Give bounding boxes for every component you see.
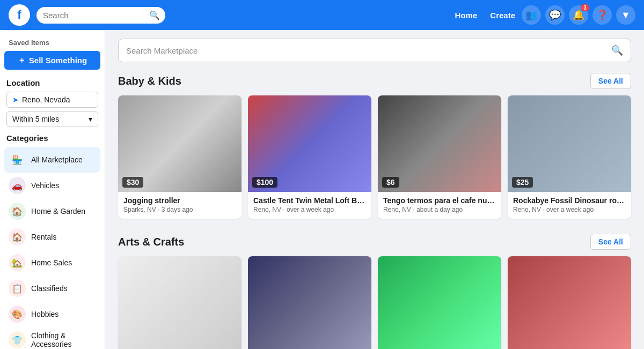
menu-icon-btn[interactable]: ▼ <box>616 5 635 25</box>
listing-info-thermos: Tengo termos para el cafe nuebos Reno, N… <box>378 192 501 219</box>
clothing-icon: 👕 <box>9 331 26 348</box>
location-input[interactable]: ➤ Reno, Nevada <box>6 92 98 108</box>
listing-card-dino[interactable]: $25 Rockabye Fossil Dinosaur rocker Reno… <box>508 95 631 219</box>
price-badge-tent: $100 <box>252 177 277 188</box>
sidebar-item-rentals[interactable]: 🏠 Rentals <box>4 224 100 250</box>
notifications-icon-btn[interactable]: 🔔 3 <box>569 5 588 25</box>
page-layout: Saved Items ＋ Sell Something Location ➤ … <box>0 30 644 349</box>
classifieds-icon: 📋 <box>9 280 26 297</box>
cat-label-all: All Marketplace <box>31 155 83 164</box>
search-input[interactable] <box>43 11 145 20</box>
nav-create[interactable]: Create <box>490 11 515 20</box>
search-marketplace-input[interactable] <box>126 46 606 55</box>
vehicles-icon: 🚗 <box>9 177 26 194</box>
sidebar-item-home-sales[interactable]: 🏡 Home Sales <box>4 250 100 276</box>
categories-label: Categories <box>4 133 100 147</box>
location-value: Reno, Nevada <box>22 95 70 104</box>
nav-home[interactable]: Home <box>455 11 478 20</box>
sidebar-item-hobbies[interactable]: 🎨 Hobbies <box>4 301 100 327</box>
hobbies-icon: 🎨 <box>9 306 26 323</box>
sell-button-label: Sell Something <box>29 56 87 65</box>
listing-info-stroller: Jogging stroller Sparks, NV · 3 days ago <box>118 192 241 219</box>
listing-image-stroller: $30 <box>118 95 241 192</box>
sidebar-item-home-garden[interactable]: 🏠 Home & Garden <box>4 198 100 224</box>
section-baby-kids: Baby & Kids See All $30 Jogging stroller… <box>118 73 631 219</box>
listing-title-dino: Rockabye Fossil Dinosaur rocker <box>513 196 626 205</box>
search-icon[interactable]: 🔍 <box>149 10 160 20</box>
location-section: Location ➤ Reno, Nevada Within 5 miles ▾ <box>4 78 100 133</box>
listing-card-thermos[interactable]: $6 Tengo termos para el cafe nuebos Reno… <box>378 95 501 219</box>
sidebar-item-all-marketplace[interactable]: 🏪 All Marketplace <box>4 147 100 173</box>
sidebar-item-classifieds[interactable]: 📋 Classifieds <box>4 276 100 301</box>
listing-image-crafts3 <box>378 256 501 349</box>
sidebar-item-clothing[interactable]: 👕 Clothing & Accessories <box>4 327 100 349</box>
home-sales-icon: 🏡 <box>9 254 26 271</box>
listing-image-tent: $100 <box>248 95 371 192</box>
listing-card-crafts1[interactable]: Arts supplies bundle Reno, NV · 2 days a… <box>118 256 241 349</box>
listing-image-crafts1 <box>118 256 241 349</box>
listing-meta-tent: Reno, NV · over a week ago <box>253 206 366 213</box>
listing-info-tent: Castle Tent Twin Metal Loft Bed ... Reno… <box>248 192 371 219</box>
distance-selector[interactable]: Within 5 miles ▾ <box>6 111 98 127</box>
listing-image-crafts2 <box>248 256 371 349</box>
friends-icon-btn[interactable]: 👥 <box>522 5 541 25</box>
location-icon: ➤ <box>12 95 19 104</box>
section-title-arts-crafts: Arts & Crafts <box>118 236 184 248</box>
price-badge-dino: $25 <box>512 177 533 188</box>
nav-icons: 👥 💬 🔔 3 ❓ ▼ <box>522 5 635 25</box>
nav-links: Home Create <box>455 11 515 20</box>
saved-items-label: Saved Items <box>4 36 100 51</box>
cat-label-home-sales: Home Sales <box>31 258 72 267</box>
help-icon-btn[interactable]: ❓ <box>592 5 612 25</box>
see-all-arts-crafts-button[interactable]: See All <box>590 234 631 250</box>
sell-something-button[interactable]: ＋ Sell Something <box>4 51 100 70</box>
search-marketplace-icon[interactable]: 🔍 <box>611 44 623 56</box>
cat-label-clothing: Clothing & Accessories <box>31 331 96 348</box>
cat-label-home-garden: Home & Garden <box>31 207 85 216</box>
sidebar-item-vehicles[interactable]: 🚗 Vehicles <box>4 173 100 198</box>
main-content: 🔍 Baby & Kids See All $30 Jogging stroll… <box>105 30 644 349</box>
search-marketplace-bar: 🔍 <box>118 39 631 62</box>
cat-label-rentals: Rentals <box>31 233 56 241</box>
section-arts-crafts: Arts & Crafts See All Arts supplies bund… <box>118 234 631 349</box>
listing-card-stroller[interactable]: $30 Jogging stroller Sparks, NV · 3 days… <box>118 95 241 219</box>
sidebar: Saved Items ＋ Sell Something Location ➤ … <box>0 30 105 349</box>
location-label: Location <box>6 78 98 87</box>
section-header-baby-kids: Baby & Kids See All <box>118 73 631 89</box>
listing-image-thermos: $6 <box>378 95 501 192</box>
listing-info-dino: Rockabye Fossil Dinosaur rocker Reno, NV… <box>508 192 631 219</box>
plus-icon: ＋ <box>18 55 26 65</box>
listing-title-thermos: Tengo termos para el cafe nuebos <box>383 196 496 205</box>
home-garden-icon: 🏠 <box>9 203 26 220</box>
messenger-icon-btn[interactable]: 💬 <box>545 5 565 25</box>
all-marketplace-icon: 🏪 <box>9 151 26 168</box>
price-badge-stroller: $30 <box>122 177 143 188</box>
see-all-baby-kids-button[interactable]: See All <box>590 73 631 89</box>
notification-badge: 3 <box>581 4 589 11</box>
listing-image-crafts4 <box>508 256 631 349</box>
listing-card-crafts4[interactable]: Fabric collection Reno, NV · 3 days ago <box>508 256 631 349</box>
distance-value: Within 5 miles <box>12 115 59 123</box>
cat-label-hobbies: Hobbies <box>31 310 58 318</box>
listing-meta-dino: Reno, NV · over a week ago <box>513 206 626 213</box>
section-header-arts-crafts: Arts & Crafts See All <box>118 234 631 250</box>
baby-kids-grid: $30 Jogging stroller Sparks, NV · 3 days… <box>118 95 631 219</box>
listing-meta-thermos: Reno, NV · about a day ago <box>383 206 496 213</box>
listing-card-crafts3[interactable]: Holiday decorations Reno, NV · 1 day ago <box>378 256 501 349</box>
listing-card-tent[interactable]: $100 Castle Tent Twin Metal Loft Bed ...… <box>248 95 371 219</box>
facebook-logo: f <box>9 4 30 26</box>
rentals-icon: 🏠 <box>9 228 26 246</box>
chevron-down-icon: ▾ <box>89 115 92 123</box>
arts-crafts-grid: Arts supplies bundle Reno, NV · 2 days a… <box>118 256 631 349</box>
cat-label-classifieds: Classifieds <box>31 284 68 293</box>
cat-label-vehicles: Vehicles <box>31 181 59 190</box>
listing-meta-stroller: Sparks, NV · 3 days ago <box>123 206 236 213</box>
section-title-baby-kids: Baby & Kids <box>118 75 181 87</box>
topnav: f 🔍 Home Create 👥 💬 🔔 3 ❓ ▼ <box>0 0 644 30</box>
search-bar: 🔍 <box>36 7 165 24</box>
listing-image-dino: $25 <box>508 95 631 192</box>
listing-title-stroller: Jogging stroller <box>123 196 236 205</box>
price-badge-thermos: $6 <box>382 177 399 188</box>
listing-title-tent: Castle Tent Twin Metal Loft Bed ... <box>253 196 366 205</box>
listing-card-crafts2[interactable]: Craft cutting machine Reno, NV · 5 days … <box>248 256 371 349</box>
